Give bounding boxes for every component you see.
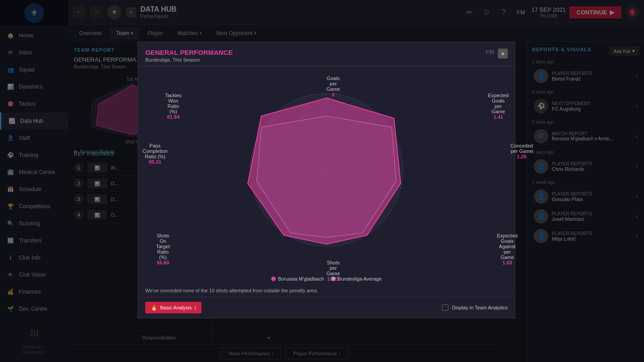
analysis-text: We've conceded none of the 10 shots atte… bbox=[138, 284, 515, 297]
fm-watermark: FM bbox=[486, 49, 494, 55]
info-icon: ℹ bbox=[194, 305, 196, 311]
display-analytics-checkbox[interactable] bbox=[442, 304, 448, 311]
modal-header: GENERAL PERFORMANCE Bundesliga, This Sea… bbox=[138, 42, 515, 67]
modal-title: GENERAL PERFORMANCE bbox=[145, 49, 233, 56]
legend-team: Borussia M'gladbach bbox=[271, 276, 324, 282]
legend-team-dot bbox=[271, 277, 276, 281]
general-performance-modal: GENERAL PERFORMANCE Bundesliga, This Sea… bbox=[138, 42, 515, 318]
radar-chart-svg bbox=[214, 76, 439, 264]
radar-chart-container: Goals per Game 2 Expected Goals per Game… bbox=[138, 67, 515, 273]
modal-footer: 🔥 Basic Analysis ℹ Display in Team Analy… bbox=[138, 297, 515, 318]
modal-subtitle: Bundesliga, This Season bbox=[145, 57, 233, 63]
modal-close-button[interactable]: × bbox=[498, 49, 508, 58]
modal-title-group: GENERAL PERFORMANCE Bundesliga, This Sea… bbox=[145, 49, 233, 63]
display-analytics-group: Display in Team Analytics bbox=[442, 304, 508, 311]
basic-analysis-button[interactable]: 🔥 Basic Analysis ℹ bbox=[145, 302, 201, 313]
fire-icon: 🔥 bbox=[151, 304, 157, 311]
